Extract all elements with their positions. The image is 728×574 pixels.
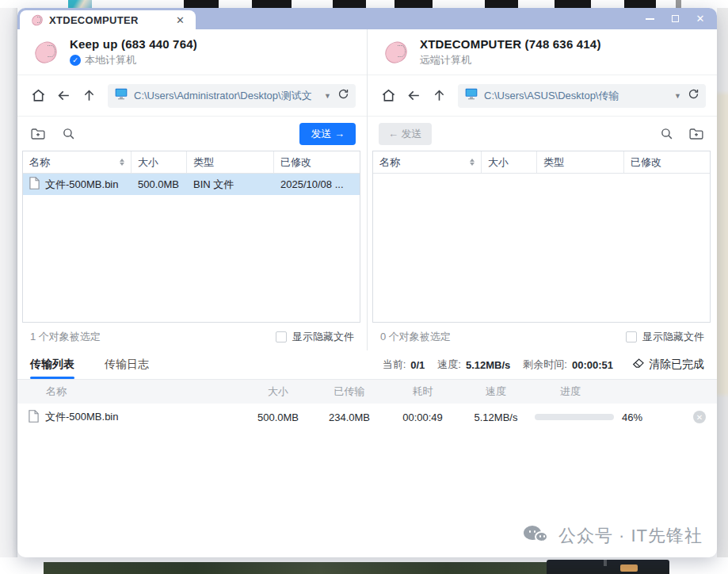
session-avatar-icon: [30, 13, 43, 26]
remote-computer-title: XTDECOMPUTER (748 636 414): [420, 37, 601, 51]
clear-completed-button[interactable]: 清除已完成: [632, 358, 704, 372]
local-panel: Keep up (683 440 764) ✓ 本地计算机: [17, 29, 367, 350]
minimize-button[interactable]: [641, 11, 658, 27]
file-icon: [29, 410, 39, 425]
monitor-icon: [115, 88, 128, 103]
cancel-transfer-button[interactable]: ✕: [693, 411, 706, 423]
speed-value: 5.12MB/s: [466, 359, 510, 371]
selection-status: 0 个对象被选定: [380, 330, 451, 344]
desktop-wallpaper-fragment: [68, 0, 92, 8]
remaining-label: 剩余时间:: [523, 358, 567, 372]
column-header-modified[interactable]: 已修改: [274, 151, 360, 173]
file-icon: [29, 177, 40, 192]
orange-badge: [620, 564, 638, 572]
show-hidden-label: 显示隐藏文件: [292, 330, 354, 344]
new-folder-icon[interactable]: [687, 124, 706, 144]
dual-file-panels: Keep up (683 440 764) ✓ 本地计算机: [17, 29, 717, 350]
remote-computer-subtitle: 远端计算机: [420, 53, 471, 67]
file-modified: 2025/10/08 ...: [274, 174, 360, 195]
remote-list-empty-area[interactable]: [373, 174, 710, 322]
local-list-empty-area[interactable]: [23, 195, 360, 322]
column-header-name[interactable]: 名称: [23, 151, 131, 173]
desktop-clock-fragment: [184, 0, 219, 8]
column-header-size[interactable]: 大小: [131, 151, 187, 173]
current-label: 当前:: [383, 358, 406, 372]
checkbox-icon[interactable]: [276, 331, 287, 342]
transfer-elapsed: 00:00:49: [385, 411, 460, 423]
transfer-row[interactable]: 文件-500MB.bin 500.0MB 234.0MB 00:00:49 5.…: [17, 404, 717, 430]
th-speed: 速度: [460, 385, 532, 399]
wechat-icon: [524, 526, 551, 546]
file-row-selected[interactable]: 文件-500MB.bin 500.0MB BIN 文件 2025/10/08 .…: [23, 174, 360, 195]
tab-close-icon[interactable]: ✕: [173, 14, 188, 26]
path-dropdown-icon[interactable]: ▼: [324, 92, 331, 100]
transfer-empty-area: 公众号 · IT先锋社: [17, 430, 717, 557]
remote-path-input[interactable]: C:\Users\ASUS\Desktop\传输 ▼: [458, 84, 706, 108]
refresh-icon[interactable]: [337, 88, 349, 103]
checkbox-icon[interactable]: [626, 331, 637, 342]
refresh-icon[interactable]: [688, 88, 699, 103]
remote-panel: XTDECOMPUTER (748 636 414) 远端计算机: [368, 29, 717, 350]
tab-transfer-list[interactable]: 传输列表: [30, 350, 74, 379]
progress-bar: [535, 414, 614, 420]
back-icon[interactable]: [402, 85, 425, 107]
maximize-icon: [672, 15, 679, 22]
close-button[interactable]: ✕: [692, 11, 709, 27]
path-dropdown-icon[interactable]: ▼: [674, 92, 681, 100]
selection-status: 1 个对象被选定: [30, 330, 101, 344]
desktop-clock-fragment: [485, 0, 518, 8]
show-hidden-toggle[interactable]: 显示隐藏文件: [276, 330, 354, 344]
transfer-tabbar: 传输列表 传输日志 当前: 0/1 速度: 5.12MB/s 剩余时间: 00:…: [17, 350, 717, 380]
column-header-type[interactable]: 类型: [537, 151, 624, 173]
watermark-text: 公众号 · IT先锋社: [558, 524, 703, 548]
desktop-dark-panel: [547, 560, 669, 574]
remote-path-text: C:\Users\ASUS\Desktop\传输: [484, 89, 668, 103]
window-titlebar: XTDECOMPUTER ✕ ✕: [17, 8, 717, 29]
th-name: 名称: [29, 385, 242, 399]
column-header-size[interactable]: 大小: [482, 151, 537, 173]
file-transfer-window: XTDECOMPUTER ✕ ✕ Keep up (683 440 764) ✓…: [17, 8, 717, 557]
up-icon[interactable]: [78, 85, 100, 107]
speed-label: 速度:: [437, 358, 461, 372]
column-header-name[interactable]: 名称: [373, 151, 482, 173]
remote-file-list: 名称 大小 类型 已修改: [372, 151, 711, 323]
transfer-speed: 5.12MB/s: [460, 411, 532, 423]
local-path-input[interactable]: C:\Users\Administrator\Desktop\测试文 ▼: [108, 84, 356, 108]
local-actionrow: 发送 →: [17, 117, 367, 151]
home-icon[interactable]: [27, 85, 49, 107]
column-header-type[interactable]: 类型: [187, 151, 274, 173]
tab-transfer-log[interactable]: 传输日志: [105, 350, 149, 379]
home-icon[interactable]: [377, 85, 399, 107]
back-icon[interactable]: [52, 85, 74, 107]
sort-icon: [470, 159, 475, 166]
th-transferred: 已传输: [314, 385, 385, 399]
show-hidden-label: 显示隐藏文件: [642, 330, 704, 344]
panel-divider: [604, 560, 607, 566]
desktop-fragment: [676, 0, 681, 8]
search-icon[interactable]: [657, 124, 676, 144]
desktop-clock-fragment: [394, 0, 433, 8]
desktop-clock-fragment: [333, 0, 366, 8]
transfer-size: 500.0MB: [242, 411, 314, 423]
local-statusrow: 1 个对象被选定 显示隐藏文件: [17, 323, 367, 350]
remote-statusrow: 0 个对象被选定 显示隐藏文件: [368, 323, 717, 350]
up-icon[interactable]: [428, 85, 450, 107]
local-avatar: [32, 38, 60, 67]
local-computer-title: Keep up (683 440 764): [70, 37, 197, 51]
show-hidden-toggle[interactable]: 显示隐藏文件: [626, 330, 704, 344]
send-button[interactable]: 发送 →: [299, 123, 356, 145]
session-tab[interactable]: XTDECOMPUTER ✕: [20, 10, 196, 29]
verified-check-icon: ✓: [70, 55, 81, 66]
background-window-edge: [0, 8, 17, 557]
transfer-file-name: 文件-500MB.bin: [45, 410, 118, 424]
th-progress: 进度: [532, 385, 685, 399]
local-panel-header: Keep up (683 440 764) ✓ 本地计算机: [17, 29, 367, 75]
send-to-local-button[interactable]: ← 发送: [379, 123, 432, 145]
new-folder-icon[interactable]: [29, 124, 48, 144]
column-header-modified[interactable]: 已修改: [624, 151, 710, 173]
maximize-button[interactable]: [666, 11, 684, 27]
current-value: 0/1: [410, 359, 425, 371]
minimize-icon: [646, 18, 654, 20]
search-icon[interactable]: [59, 124, 78, 144]
transfer-table-header: 名称 大小 已传输 耗时 速度 进度: [17, 380, 717, 404]
